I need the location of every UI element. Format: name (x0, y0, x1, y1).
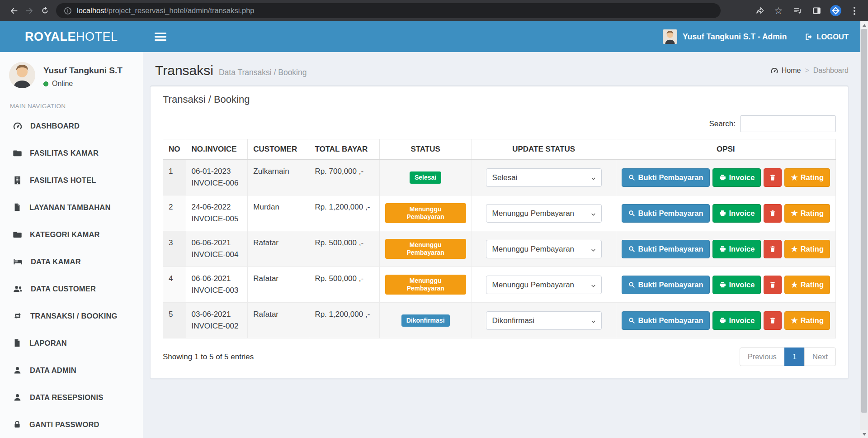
sidebar-item-dashboard[interactable]: DASHBOARD (0, 112, 143, 139)
folder-icon (13, 148, 22, 158)
cell-no: 1 (163, 160, 186, 195)
update-status-select[interactable]: Menunggu Pembayaran (486, 204, 602, 223)
media-playlist-icon (793, 6, 802, 15)
logout-button[interactable]: LOGOUT (805, 33, 849, 41)
sidebar-item-fasilitas-hotel[interactable]: FASILITAS HOTEL (0, 167, 143, 194)
sidebar-item-data-admin[interactable]: DATA ADMIN (0, 357, 143, 384)
table-row: 5 03-06-2021INVOICE-002 Rafatar Rp. 1,20… (163, 303, 836, 338)
bukti-pembayaran-button[interactable]: Bukti Pembayaran (622, 240, 710, 258)
star-icon: ★ (791, 174, 797, 181)
column-header-status[interactable]: STATUS (379, 139, 472, 160)
sidebar-item-ganti-password[interactable]: GANTI PASSWORD (0, 411, 143, 438)
sidebar-item-label: GANTI PASSWORD (29, 420, 99, 429)
url-path: /project_reservasi_hotel/admin/transaksi… (106, 6, 254, 14)
browser-forward-button[interactable] (22, 3, 37, 19)
pagination-page-1-button[interactable]: 1 (784, 348, 805, 366)
bookmark-button[interactable]: ☆ (771, 4, 786, 18)
sidebar-item-data-customer[interactable]: DATA CUSTOMER (0, 275, 143, 302)
logout-label: LOGOUT (816, 33, 849, 41)
pagination-previous-button[interactable]: Previous (740, 348, 785, 366)
delete-button[interactable] (764, 240, 782, 258)
sidebar-item-transaksi-booking[interactable]: TRANSAKSI / BOOKING (0, 302, 143, 329)
sidebar-item-data-kamar[interactable]: DATA KAMAR (0, 248, 143, 275)
rating-button[interactable]: ★Rating (784, 276, 830, 294)
bukti-pembayaran-button[interactable]: Bukti Pembayaran (622, 276, 710, 294)
status-badge: Menunggu Pembayaran (385, 203, 466, 223)
browser-menu-button[interactable] (847, 4, 862, 18)
column-header-customer[interactable]: CUSTOMER (248, 139, 309, 160)
delete-button[interactable] (764, 168, 782, 187)
column-header-no[interactable]: NO (163, 139, 186, 160)
sidebar-item-layanan-tambahan[interactable]: LAYANAN TAMBAHAN (0, 194, 143, 221)
address-bar[interactable]: localhost/project_reservasi_hotel/admin/… (56, 3, 721, 18)
status-badge: Dikonfirmasi (401, 314, 450, 327)
invoice-button[interactable]: Invoice (712, 168, 761, 187)
rating-button[interactable]: ★Rating (784, 168, 830, 187)
cell-total: Rp. 700,000 ,- (309, 160, 379, 195)
sidebar-item-data-resepsionis[interactable]: DATA RESEPSIONIS (0, 384, 143, 411)
column-header-invoice[interactable]: NO.INVOICE (186, 139, 248, 160)
invoice-button[interactable]: Invoice (712, 311, 761, 330)
update-status-select[interactable]: Menunggu Pembayaran (486, 240, 602, 258)
header-user-menu[interactable]: Yusuf Tangkuni S.T - Admin (663, 29, 787, 44)
rating-button[interactable]: ★Rating (784, 204, 830, 223)
window-scrollbar[interactable] (860, 21, 868, 438)
invoice-button[interactable]: Invoice (712, 204, 761, 223)
side-panel-button[interactable] (809, 4, 824, 18)
cell-total: Rp. 1,200,000 ,- (309, 195, 379, 231)
breadcrumb-separator: > (805, 67, 809, 75)
sidebar-user-avatar (9, 62, 35, 88)
sidebar-item-laporan[interactable]: LAPORAN (0, 329, 143, 357)
update-status-select[interactable]: Selesai (486, 168, 602, 187)
search-input[interactable] (740, 115, 836, 132)
table-info-text: Showing 1 to 5 of 5 entries (163, 352, 254, 362)
browser-back-button[interactable] (6, 3, 22, 19)
sidebar-item-fasilitas-kamar[interactable]: FASILITAS KAMAR (0, 139, 143, 167)
extension-button[interactable] (828, 4, 843, 18)
print-icon (719, 245, 726, 253)
user-status[interactable]: Online (43, 80, 123, 88)
folder-icon (13, 230, 22, 239)
rating-button[interactable]: ★Rating (784, 311, 830, 330)
bukti-pembayaran-button[interactable]: Bukti Pembayaran (622, 168, 710, 187)
invoice-button[interactable]: Invoice (712, 276, 761, 294)
scrollbar-down-arrow[interactable] (860, 430, 868, 438)
update-status-select[interactable]: Dikonfirmasi (486, 311, 602, 330)
rating-button[interactable]: ★Rating (784, 240, 830, 258)
cell-total: Rp. 1,200,000 ,- (309, 303, 379, 338)
reload-icon (40, 6, 50, 15)
delete-button[interactable] (764, 311, 782, 330)
column-header-update-status[interactable]: UPDATE STATUS (472, 139, 616, 160)
file-icon (13, 338, 22, 348)
sidebar-item-label: LAPORAN (29, 339, 67, 348)
bukti-pembayaran-button[interactable]: Bukti Pembayaran (622, 204, 710, 223)
tachometer-icon (13, 121, 23, 131)
sidebar-item-label: DATA RESEPSIONIS (30, 393, 103, 402)
media-controls-button[interactable] (790, 4, 805, 18)
sidebar-toggle-button[interactable] (155, 31, 166, 43)
page-subtitle: Data Transaksi / Booking (219, 68, 307, 77)
scrollbar-thumb[interactable] (861, 29, 867, 413)
sidebar-item-label: LAYANAN TAMBAHAN (29, 203, 111, 212)
share-icon (755, 6, 764, 15)
share-button[interactable] (752, 4, 767, 18)
transaksi-table: NO NO.INVOICE CUSTOMER TOTAL BAYAR STATU… (163, 139, 836, 338)
sidebar-item-label: DASHBOARD (30, 122, 80, 130)
browser-reload-button[interactable] (37, 3, 52, 19)
sign-out-icon (805, 33, 813, 41)
pagination-next-button[interactable]: Next (804, 348, 836, 366)
brand-logo[interactable]: ROYALEHOTEL (0, 30, 143, 44)
invoice-button[interactable]: Invoice (712, 240, 761, 258)
column-header-total[interactable]: TOTAL BAYAR (309, 139, 379, 160)
scrollbar-up-arrow[interactable] (860, 21, 868, 29)
column-header-opsi[interactable]: OPSI (616, 139, 835, 160)
delete-button[interactable] (764, 204, 782, 223)
breadcrumb-home-link[interactable]: Home (770, 67, 801, 75)
delete-button[interactable] (764, 276, 782, 294)
update-status-select[interactable]: Menunggu Pembayaran (486, 276, 602, 294)
sidebar-item-kategori-kamar[interactable]: KATEGORI KAMAR (0, 221, 143, 248)
bukti-pembayaran-button[interactable]: Bukti Pembayaran (622, 311, 710, 330)
site-info-icon[interactable] (63, 6, 72, 15)
cell-total: Rp. 500,000 ,- (309, 231, 379, 267)
cell-customer: Zulkarnain (248, 160, 309, 195)
